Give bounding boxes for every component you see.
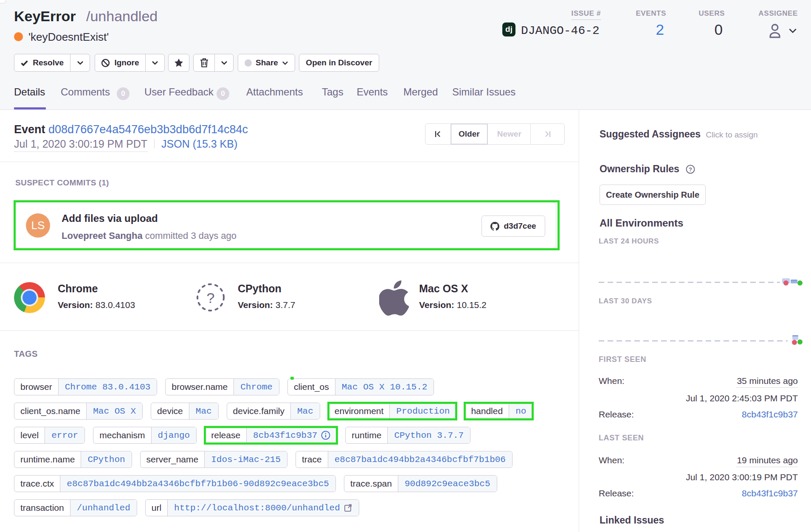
svg-text:?: ? [689,166,692,173]
